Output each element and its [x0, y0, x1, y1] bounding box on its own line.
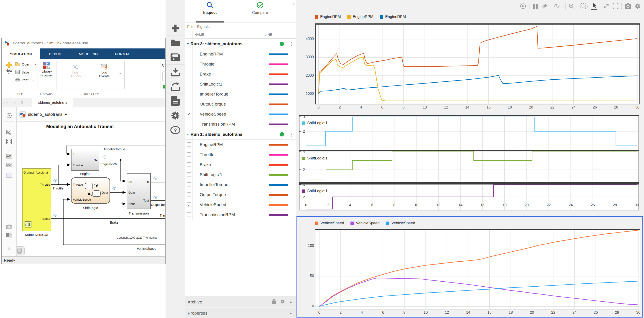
signal-checkbox[interactable] [187, 212, 191, 217]
save-session-button[interactable] [166, 50, 185, 65]
tab-compare[interactable]: Compare [240, 2, 280, 15]
block-shiftlogic[interactable]: Throttle VehicleSpeed Gear ShiftLogic [71, 178, 110, 210]
signal-checkbox[interactable] [187, 82, 191, 86]
signal-checkbox[interactable] [187, 92, 191, 96]
vehiclespeed-subplot-selected[interactable]: VehicleSpeedVehicleSpeedVehicleSpeed 050… [296, 216, 643, 318]
document-tab[interactable]: sldemo_autotrans [32, 98, 73, 107]
open-caret-icon[interactable]: ▾ [35, 63, 36, 65]
archive-collapse-icon[interactable]: ▲ [289, 300, 292, 304]
vehiclespeed-chart[interactable] [315, 229, 640, 310]
signal-checkbox[interactable] [187, 172, 191, 177]
data-browser-badge[interactable] [16, 246, 24, 256]
archive-section-header[interactable]: Archive ▲ [185, 296, 296, 308]
zoom-region-icon[interactable] [6, 130, 12, 137]
save-button[interactable]: Save ▾ [15, 70, 36, 74]
signal-row[interactable]: ShiftLogic:1 [185, 170, 296, 180]
collapse-panel-icon[interactable]: ‹ [292, 1, 294, 7]
screenshot-camera-icon[interactable] [6, 225, 12, 230]
signal-row[interactable]: EngineRPM [185, 49, 296, 59]
tab-simulation[interactable]: SIMULATION [2, 48, 40, 59]
library-browser-button[interactable]: Library Browser [40, 61, 54, 77]
tab-debug[interactable]: DEBUG [40, 48, 70, 59]
hide-explorer-icon[interactable] [6, 113, 12, 119]
signal-row[interactable]: ImpellerTorque [185, 89, 296, 99]
report-button[interactable] [166, 94, 185, 108]
run-header[interactable]: ▾Run 3: sldemo_autotrans⋮ [185, 39, 296, 49]
breadcrumb-caret-icon[interactable]: ▶ [65, 113, 67, 116]
nav-forward-icon[interactable]: ⇨ [10, 100, 18, 105]
signal-checkbox[interactable] [187, 52, 191, 56]
palette-overflow-icon[interactable]: » [8, 246, 10, 251]
signal-row[interactable]: ✓VehicleSpeed [185, 109, 296, 119]
run-header[interactable]: ▾Run 1: sldemo_autotrans⋮ [185, 129, 296, 140]
properties-section-header[interactable]: Properties ▲ [185, 308, 296, 318]
signal-row[interactable]: ShiftLogic:1 [185, 79, 296, 89]
signal-trace-options-button[interactable]: ▾ [554, 3, 562, 9]
print-caret-icon[interactable]: ▾ [33, 79, 34, 81]
clear-subplots-button[interactable] [541, 3, 548, 9]
area-box-icon[interactable] [6, 173, 12, 179]
signal-row[interactable]: Brake [185, 69, 296, 79]
signal-checkbox[interactable] [187, 122, 191, 126]
tab-modeling[interactable]: MODELING [70, 48, 106, 59]
caret-down-icon[interactable]: ▾ [587, 5, 588, 7]
signal-row[interactable]: TransmissionRPM [185, 210, 296, 220]
expand-button[interactable] [603, 3, 610, 9]
snapshot-button[interactable] [625, 3, 632, 9]
signal-row[interactable]: OutputTorque [185, 99, 296, 109]
signal-row[interactable]: Throttle [185, 150, 296, 160]
new-button[interactable]: New ▾ [4, 61, 14, 75]
data-cursor-button[interactable] [591, 2, 597, 10]
caret-down-icon[interactable]: ▾ [561, 5, 562, 7]
properties-collapse-icon[interactable]: ▲ [289, 311, 292, 315]
fullscreen-button[interactable] [612, 3, 618, 9]
collapse-triangle-icon[interactable]: ▾ [187, 42, 189, 45]
log-signals-button[interactable]: Log Signals [67, 62, 83, 78]
prepare-caret-icon[interactable]: ▾ [120, 72, 121, 75]
library-book-icon[interactable] [6, 233, 12, 239]
export-button[interactable] [166, 79, 185, 94]
signal-checkbox[interactable]: ✓ [187, 112, 191, 116]
block-engine[interactable]: Ti Throttle Ne Engine [71, 149, 99, 176]
breadcrumb-model-name[interactable]: sldemo_autotrans [28, 112, 62, 117]
open-session-button[interactable] [166, 35, 185, 50]
print-button[interactable]: Print ▾ [15, 78, 34, 82]
enginerpm-chart[interactable] [316, 23, 640, 104]
signal-checkbox[interactable] [187, 152, 191, 157]
signal-checkbox[interactable] [187, 62, 191, 66]
fit-to-view-button[interactable]: ▾ [580, 3, 588, 9]
block-transmission[interactable]: Ne Gear Nout Ti Tout Transmission [127, 173, 150, 215]
trash-icon[interactable] [272, 299, 276, 305]
kebab-menu-icon[interactable]: ⋮ [289, 132, 294, 137]
new-caret-icon[interactable]: ▾ [8, 72, 9, 75]
signal-checkbox[interactable] [187, 192, 191, 197]
collapse-triangle-icon[interactable]: ▾ [187, 133, 189, 136]
save-caret-icon[interactable]: ▾ [34, 71, 36, 73]
signal-row[interactable]: Throttle [185, 59, 296, 69]
tab-inspect[interactable]: Inspect [190, 2, 230, 15]
signal-checkbox[interactable] [187, 102, 191, 106]
shiftlogic-strip-run1[interactable]: 24 [299, 150, 639, 183]
nav-up-icon[interactable]: ⇧ [18, 100, 26, 105]
replay-button[interactable] [520, 3, 526, 9]
caret-down-icon[interactable]: ▾ [576, 5, 576, 7]
open-button[interactable]: Open ▾ [15, 62, 36, 66]
signal-row[interactable]: TransmissionRPM [185, 119, 296, 129]
model-canvas[interactable]: Modeling an Automatic Transm [16, 122, 165, 256]
signal-row[interactable]: OutputTorque [185, 190, 296, 200]
fit-to-view-icon[interactable] [6, 139, 12, 145]
annotation-icon[interactable]: A [6, 154, 12, 159]
signal-row[interactable]: ImpellerTorque [185, 180, 296, 190]
signal-checkbox[interactable] [187, 142, 191, 147]
zoom-button[interactable]: ▾ [568, 3, 576, 9]
kebab-menu-icon[interactable]: ⋮ [289, 41, 294, 47]
help-button[interactable]: ? [166, 123, 185, 137]
breadcrumb[interactable]: sldemo_autotrans ▶ [16, 107, 165, 122]
nav-back-icon[interactable]: ⇦ [2, 100, 10, 105]
signal-checkbox[interactable] [187, 182, 191, 187]
signal-checkbox[interactable]: ✓ [187, 202, 191, 207]
shiftlogic-strip-archived[interactable]: 23 [299, 115, 639, 150]
image-icon[interactable] [6, 163, 12, 168]
add-run-button[interactable] [166, 21, 185, 35]
import-button[interactable] [166, 65, 185, 79]
